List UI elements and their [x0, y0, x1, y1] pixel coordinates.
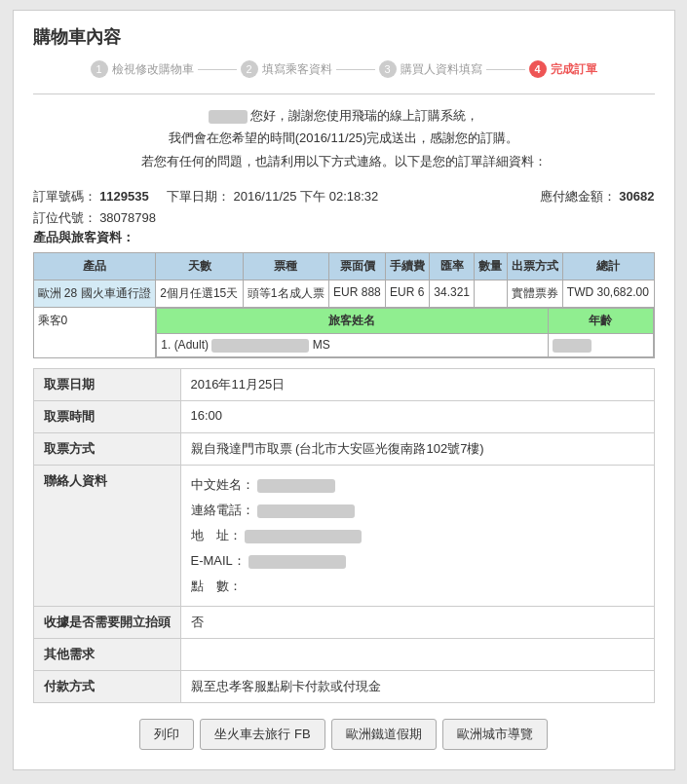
other-label: 其他需求	[33, 639, 180, 671]
pickup-method-label: 取票方式	[33, 433, 180, 466]
contact-phone-blurred	[257, 504, 355, 518]
product-rate: 34.321	[430, 280, 475, 308]
payment-value: 親至忠孝客服點刷卡付款或付現金	[180, 671, 654, 703]
col-product: 產品	[33, 253, 156, 280]
receipt-value: 否	[180, 607, 654, 639]
contact-points-row: 點 數：	[191, 574, 644, 599]
contact-details: 中文姓名： 連絡電話： 地 址： E-MAIL：	[180, 466, 654, 607]
product-ticket-type: 頭等1名成人票	[243, 280, 328, 308]
pickup-time-row: 取票時間 16:00	[33, 401, 654, 433]
timetable-button[interactable]: 歐洲鐵道假期	[331, 719, 437, 750]
page-title: 購物車內容	[33, 25, 655, 49]
pickup-date-label: 取票日期	[33, 369, 180, 401]
pickup-date-value: 2016年11月25日	[180, 369, 654, 401]
info-table: 取票日期 2016年11月25日 取票時間 16:00 取票方式 親自飛達門市取…	[33, 368, 655, 703]
passenger-row: 1. (Adult) MS	[157, 334, 653, 357]
pickup-time-label: 取票時間	[33, 401, 180, 433]
passenger-age	[548, 334, 653, 357]
print-button[interactable]: 列印	[139, 719, 194, 750]
col-qty: 數量	[475, 253, 507, 280]
product-fee: EUR 6	[386, 280, 430, 308]
contact-address-blurred	[245, 530, 362, 543]
col-ticket-type: 票種	[243, 253, 328, 280]
product-qty	[475, 280, 507, 308]
step-3: 3 購買人資料填寫	[379, 60, 482, 78]
divider-top	[33, 93, 655, 94]
product-total: TWD 30,682.00	[562, 280, 654, 308]
bottom-buttons: 列印 坐火車去旅行 FB 歐洲鐵道假期 歐洲城市導覽	[33, 719, 655, 750]
pass-col-age: 年齡	[548, 309, 653, 334]
contact-name-row: 中文姓名：	[191, 472, 644, 498]
passenger-sub-table: 旅客姓名 年齡 1. (Adult) MS	[156, 308, 653, 357]
order-no: 訂單號碼： 1129535 下單日期： 2016/11/25 下午 02:18:…	[33, 188, 379, 205]
product-table: 產品 天數 票種 票面價 手續費 匯率 數量 出票方式 總計 歐洲 28 國火車…	[33, 252, 655, 358]
col-fee: 手續費	[386, 253, 430, 280]
passenger-subtable-cell: 旅客姓名 年齡 1. (Adult) MS	[156, 308, 654, 358]
order-total: 應付總金額： 30682	[540, 188, 655, 205]
order-info-row: 訂單號碼： 1129535 下單日期： 2016/11/25 下午 02:18:…	[33, 188, 655, 205]
col-days: 天數	[156, 253, 244, 280]
col-face-price: 票面價	[329, 253, 386, 280]
other-value	[180, 639, 654, 671]
confirm-line1: 您好，謝謝您使用飛瑞的線上訂購系統，	[33, 104, 655, 127]
step-line-1	[198, 69, 237, 70]
confirm-line3: 若您有任何的問題，也請利用以下方式連絡。以下是您的訂單詳細資料：	[33, 150, 655, 172]
contact-label: 聯絡人資料	[33, 466, 180, 607]
other-row: 其他需求	[33, 639, 654, 671]
contact-email-row: E-MAIL：	[191, 548, 644, 574]
fb-button[interactable]: 坐火車去旅行 FB	[200, 719, 324, 750]
passenger-age-blurred	[553, 339, 592, 353]
product-ticket-method: 實體票券	[507, 280, 562, 308]
receipt-label: 收據是否需要開立抬頭	[33, 607, 180, 639]
passenger-name-blurred	[211, 339, 309, 353]
pass-col-name: 旅客姓名	[157, 309, 548, 334]
step-line-2	[336, 69, 375, 70]
pickup-method-value: 親自飛達門市取票 (台北市大安區光復南路102號7樓)	[180, 433, 654, 466]
contact-block: 中文姓名： 連絡電話： 地 址： E-MAIL：	[191, 472, 644, 599]
col-rate: 匯率	[430, 253, 475, 280]
payment-label: 付款方式	[33, 671, 180, 703]
col-total: 總計	[562, 253, 654, 280]
step-4: 4 完成訂單	[529, 60, 597, 78]
confirm-line2: 我們會在您希望的時間(2016/11/25)完成送出，感謝您的訂購。	[33, 127, 655, 149]
col-method: 出票方式	[507, 253, 562, 280]
confirm-message: 您好，謝謝您使用飛瑞的線上訂購系統， 我們會在您希望的時間(2016/11/25…	[33, 104, 655, 172]
contact-address-row: 地 址：	[191, 523, 644, 548]
product-face-price: EUR 888	[329, 280, 386, 308]
passenger-name: 1. (Adult) MS	[157, 334, 548, 357]
seat-code-row: 訂位代號： 38078798	[33, 209, 655, 227]
pickup-method-row: 取票方式 親自飛達門市取票 (台北市大安區光復南路102號7樓)	[33, 433, 654, 466]
product-name: 歐洲 28 國火車通行證	[33, 280, 156, 308]
contact-phone-row: 連絡電話：	[191, 498, 644, 523]
contact-name-blurred	[257, 479, 335, 493]
product-days: 2個月任選15天	[156, 280, 244, 308]
guide-button[interactable]: 歐洲城市導覽	[442, 719, 548, 750]
passenger-label: 乘客0	[33, 308, 156, 358]
step-line-3	[486, 69, 525, 70]
product-section-label: 產品與旅客資料：	[33, 229, 655, 246]
progress-bar: 1 檢視修改購物車 2 填寫乘客資料 3 購買人資料填寫 4 完成訂單	[33, 60, 655, 78]
payment-row: 付款方式 親至忠孝客服點刷卡付款或付現金	[33, 671, 654, 703]
step-1: 1 檢視修改購物車	[91, 60, 194, 78]
contact-email-blurred	[248, 555, 346, 569]
pickup-time-value: 16:00	[180, 401, 654, 433]
pickup-date-row: 取票日期 2016年11月25日	[33, 369, 654, 401]
contact-row: 聯絡人資料 中文姓名： 連絡電話： 地 址：	[33, 466, 654, 607]
step-2: 2 填寫乘客資料	[241, 60, 332, 78]
receipt-row: 收據是否需要開立抬頭 否	[33, 607, 654, 639]
